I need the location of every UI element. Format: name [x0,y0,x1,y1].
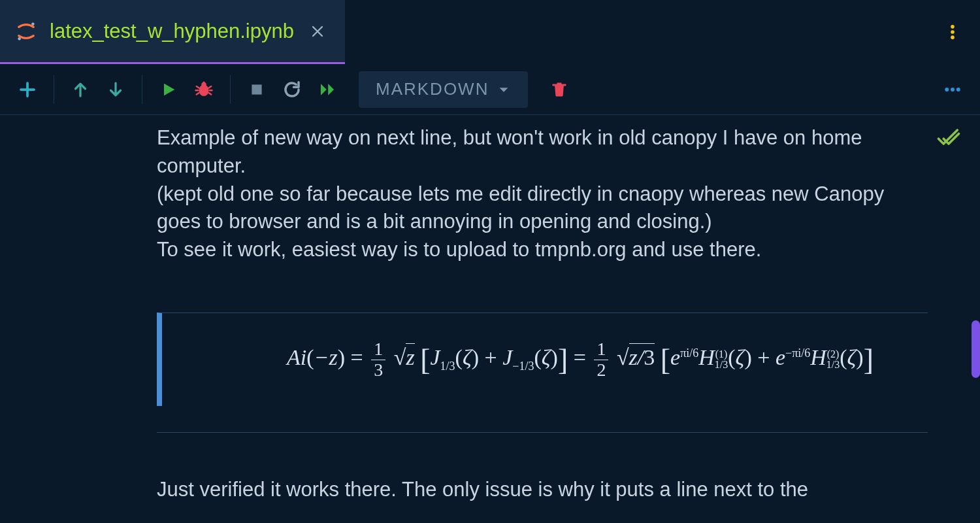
svg-point-6 [201,82,206,87]
svg-point-4 [951,35,955,39]
run-cell-button[interactable] [153,74,184,105]
cell-type-dropdown[interactable]: MARKDOWN [359,71,528,108]
cell-paragraph: Example of new way on next line, but won… [157,124,928,264]
stop-button[interactable] [241,74,272,105]
tab-title: latex_test_w_hyphen.ipynb [50,20,294,43]
debug-button[interactable] [188,74,220,105]
svg-point-10 [956,88,960,92]
chevron-down-icon [497,82,511,97]
tab-bar: latex_test_w_hyphen.ipynb [0,0,980,64]
toolbar-separator [54,75,54,104]
svg-rect-7 [252,84,261,94]
svg-point-3 [951,30,955,34]
more-actions-button[interactable] [937,74,968,105]
svg-point-2 [951,25,955,29]
restart-kernel-button[interactable] [276,74,308,105]
delete-cell-button[interactable] [544,74,575,105]
notebook-content: Example of new way on next line, but won… [0,115,980,504]
validated-check-icon [936,124,962,153]
latex-equation: Ai(−z) = 13 √z [J1/3(ζ) + J−1/3(ζ)] = 12… [233,328,928,392]
move-cell-down-button[interactable] [100,74,131,105]
scrollbar-thumb[interactable] [972,320,980,378]
tab-overflow-menu[interactable] [943,23,962,41]
text-line: To see it work, easiest way is to upload… [157,238,761,261]
svg-point-8 [945,88,949,92]
text-line: Just verified it works there. The only i… [157,478,808,501]
run-all-button[interactable] [312,74,343,105]
svg-point-1 [18,37,21,41]
cell-type-label: MARKDOWN [376,79,489,99]
cell-paragraph: Just verified it works there. The only i… [157,432,928,504]
equation-blockquote: Ai(−z) = 13 √z [J1/3(ζ) + J−1/3(ζ)] = 12… [157,312,928,407]
notebook-toolbar: MARKDOWN [0,64,980,115]
toolbar-separator [230,75,231,104]
add-cell-button[interactable] [12,74,43,105]
close-tab-button[interactable] [311,25,324,38]
toolbar-separator [142,75,142,104]
jupyter-icon [14,20,38,43]
svg-point-9 [951,88,955,92]
markdown-cell[interactable]: Example of new way on next line, but won… [0,124,980,504]
move-cell-up-button[interactable] [65,74,96,105]
text-line: Example of new way on next line, but won… [157,126,862,177]
text-line: (kept old one so far because lets me edi… [157,182,884,233]
notebook-tab[interactable]: latex_test_w_hyphen.ipynb [0,0,345,64]
svg-point-0 [31,22,35,25]
